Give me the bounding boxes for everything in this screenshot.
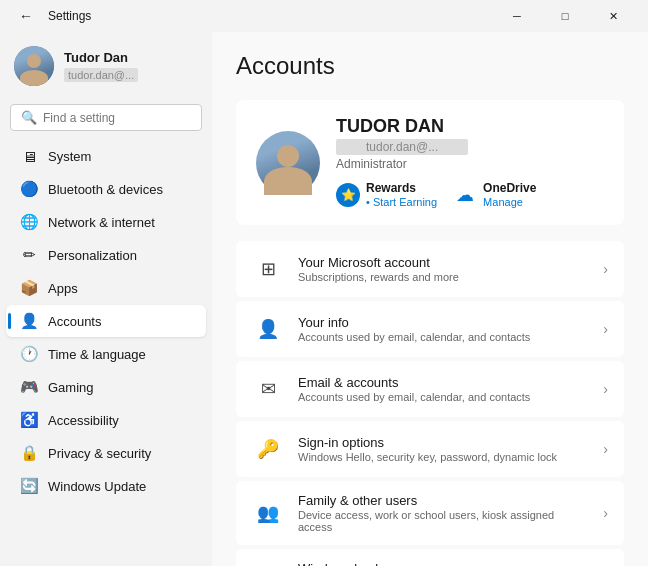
- sidebar-item-personalization[interactable]: ✏Personalization: [6, 239, 206, 271]
- profile-actions: ⭐ Rewards • Start Earning ☁ OneDrive Man…: [336, 181, 604, 209]
- sidebar-item-privacy[interactable]: 🔒Privacy & security: [6, 437, 206, 469]
- microsoft-account-desc: Subscriptions, rewards and more: [298, 271, 589, 283]
- sidebar-item-label: Gaming: [48, 380, 94, 395]
- onedrive-action[interactable]: ☁ OneDrive Manage: [453, 181, 536, 209]
- user-name: Tudor Dan: [64, 50, 138, 65]
- update-icon: 🔄: [20, 477, 38, 495]
- your-info-desc: Accounts used by email, calendar, and co…: [298, 331, 589, 343]
- microsoft-account-title: Your Microsoft account: [298, 255, 589, 270]
- accessibility-icon: ♿: [20, 411, 38, 429]
- sign-in-text: Sign-in options Windows Hello, security …: [298, 435, 589, 463]
- sidebar-item-time[interactable]: 🕐Time & language: [6, 338, 206, 370]
- onedrive-text: OneDrive Manage: [483, 181, 536, 209]
- email-accounts-title: Email & accounts: [298, 375, 589, 390]
- sidebar-item-label: Accessibility: [48, 413, 119, 428]
- microsoft-account-text: Your Microsoft account Subscriptions, re…: [298, 255, 589, 283]
- your-info-title: Your info: [298, 315, 589, 330]
- profile-info: TUDOR DAN tudor.dan@... Administrator ⭐ …: [336, 116, 604, 209]
- backup-title: Windows backup: [298, 561, 589, 566]
- privacy-icon: 🔒: [20, 444, 38, 462]
- email-accounts-icon: ✉: [252, 373, 284, 405]
- nav-list: 🖥System🔵Bluetooth & devices🌐Network & in…: [0, 139, 212, 503]
- search-input[interactable]: [43, 111, 193, 125]
- email-accounts-text: Email & accounts Accounts used by email,…: [298, 375, 589, 403]
- your-info-text: Your info Accounts used by email, calend…: [298, 315, 589, 343]
- profile-email: tudor.dan@...: [336, 139, 468, 155]
- family-chevron: ›: [603, 505, 608, 521]
- family-text: Family & other users Device access, work…: [298, 493, 589, 533]
- email-accounts-chevron: ›: [603, 381, 608, 397]
- page-title: Accounts: [236, 52, 624, 80]
- sidebar-item-apps[interactable]: 📦Apps: [6, 272, 206, 304]
- rewards-action[interactable]: ⭐ Rewards • Start Earning: [336, 181, 437, 209]
- family-title: Family & other users: [298, 493, 589, 508]
- profile-card: TUDOR DAN tudor.dan@... Administrator ⭐ …: [236, 100, 624, 225]
- sidebar-item-label: System: [48, 149, 91, 164]
- network-icon: 🌐: [20, 213, 38, 231]
- search-icon: 🔍: [21, 110, 37, 125]
- main-content: Accounts TUDOR DAN tudor.dan@... Adminis…: [212, 32, 648, 566]
- sidebar: Tudor Dan tudor.dan@... 🔍 🖥System🔵Blueto…: [0, 32, 212, 566]
- sidebar-item-label: Privacy & security: [48, 446, 151, 461]
- sidebar-item-gaming[interactable]: 🎮Gaming: [6, 371, 206, 403]
- gaming-icon: 🎮: [20, 378, 38, 396]
- maximize-button[interactable]: □: [542, 4, 588, 28]
- sidebar-item-network[interactable]: 🌐Network & internet: [6, 206, 206, 238]
- settings-item-family[interactable]: 👥 Family & other users Device access, wo…: [236, 481, 624, 545]
- minimize-button[interactable]: ─: [494, 4, 540, 28]
- profile-role: Administrator: [336, 157, 604, 171]
- sign-in-desc: Windows Hello, security key, password, d…: [298, 451, 589, 463]
- title-bar-left: ← Settings: [12, 2, 91, 30]
- settings-item-your-info[interactable]: 👤 Your info Accounts used by email, cale…: [236, 301, 624, 357]
- sidebar-item-label: Apps: [48, 281, 78, 296]
- bluetooth-icon: 🔵: [20, 180, 38, 198]
- sidebar-item-update[interactable]: 🔄Windows Update: [6, 470, 206, 502]
- email-accounts-desc: Accounts used by email, calendar, and co…: [298, 391, 589, 403]
- apps-icon: 📦: [20, 279, 38, 297]
- system-icon: 🖥: [20, 147, 38, 165]
- sidebar-item-accounts[interactable]: 👤Accounts: [6, 305, 206, 337]
- sidebar-item-label: Network & internet: [48, 215, 155, 230]
- settings-item-backup[interactable]: 💾 Windows backup Back up your files, app…: [236, 549, 624, 566]
- sign-in-title: Sign-in options: [298, 435, 589, 450]
- settings-list: ⊞ Your Microsoft account Subscriptions, …: [236, 241, 624, 566]
- your-info-chevron: ›: [603, 321, 608, 337]
- user-profile[interactable]: Tudor Dan tudor.dan@...: [0, 36, 212, 96]
- close-button[interactable]: ✕: [590, 4, 636, 28]
- onedrive-icon: ☁: [453, 185, 477, 205]
- sign-in-icon: 🔑: [252, 433, 284, 465]
- family-icon: 👥: [252, 497, 284, 529]
- sidebar-item-accessibility[interactable]: ♿Accessibility: [6, 404, 206, 436]
- sidebar-item-bluetooth[interactable]: 🔵Bluetooth & devices: [6, 173, 206, 205]
- your-info-icon: 👤: [252, 313, 284, 345]
- time-icon: 🕐: [20, 345, 38, 363]
- back-button[interactable]: ←: [12, 2, 40, 30]
- title-bar-title: Settings: [48, 9, 91, 23]
- title-bar-controls: ─ □ ✕: [494, 4, 636, 28]
- sidebar-item-system[interactable]: 🖥System: [6, 140, 206, 172]
- backup-text: Windows backup Back up your files, apps,…: [298, 561, 589, 566]
- settings-item-microsoft-account[interactable]: ⊞ Your Microsoft account Subscriptions, …: [236, 241, 624, 297]
- settings-item-email-accounts[interactable]: ✉ Email & accounts Accounts used by emai…: [236, 361, 624, 417]
- personalization-icon: ✏: [20, 246, 38, 264]
- microsoft-account-icon: ⊞: [252, 253, 284, 285]
- avatar: [14, 46, 54, 86]
- search-box[interactable]: 🔍: [10, 104, 202, 131]
- family-desc: Device access, work or school users, kio…: [298, 509, 589, 533]
- rewards-icon: ⭐: [336, 183, 360, 207]
- accounts-icon: 👤: [20, 312, 38, 330]
- profile-avatar: [256, 131, 320, 195]
- sidebar-item-label: Personalization: [48, 248, 137, 263]
- settings-item-sign-in[interactable]: 🔑 Sign-in options Windows Hello, securit…: [236, 421, 624, 477]
- sign-in-chevron: ›: [603, 441, 608, 457]
- app-container: Tudor Dan tudor.dan@... 🔍 🖥System🔵Blueto…: [0, 32, 648, 566]
- title-bar: ← Settings ─ □ ✕: [0, 0, 648, 32]
- microsoft-account-chevron: ›: [603, 261, 608, 277]
- sidebar-item-label: Time & language: [48, 347, 146, 362]
- rewards-text: Rewards • Start Earning: [366, 181, 437, 209]
- profile-name: TUDOR DAN: [336, 116, 604, 137]
- sidebar-item-label: Windows Update: [48, 479, 146, 494]
- user-subtitle: tudor.dan@...: [64, 68, 138, 82]
- sidebar-item-label: Bluetooth & devices: [48, 182, 163, 197]
- user-info: Tudor Dan tudor.dan@...: [64, 50, 138, 83]
